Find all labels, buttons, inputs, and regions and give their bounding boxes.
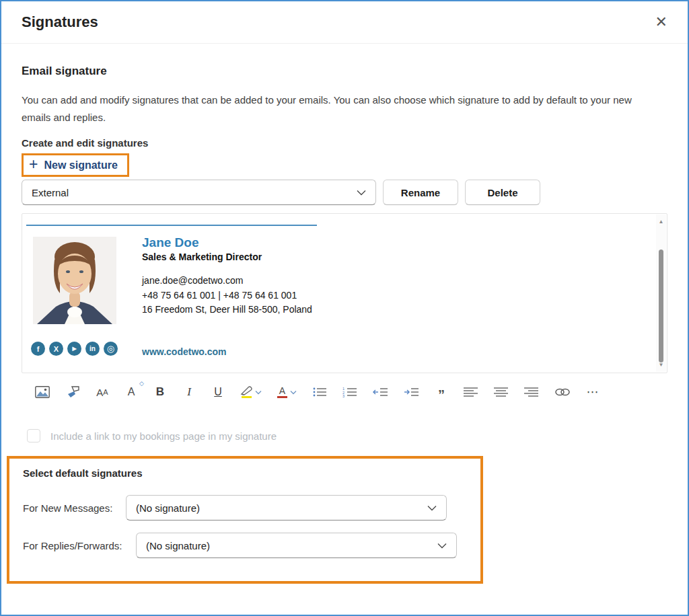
italic-icon[interactable]: I — [182, 384, 196, 400]
scroll-up-icon[interactable]: ▲ — [656, 219, 666, 225]
signature-selector-row: External Rename Delete — [22, 180, 667, 205]
bullet-list-icon[interactable] — [312, 384, 327, 400]
instagram-icon[interactable]: ◎ — [104, 342, 118, 356]
new-messages-row: For New Messages: (No signature) — [23, 495, 480, 521]
new-messages-select[interactable]: (No signature) — [126, 495, 447, 521]
replies-forwards-row: For Replies/Forwards: (No signature) — [23, 533, 480, 558]
facebook-icon[interactable]: f — [31, 342, 45, 356]
insert-image-icon[interactable] — [35, 384, 50, 400]
default-signatures-heading: Select default signatures — [23, 467, 480, 479]
youtube-icon[interactable]: ▶ — [67, 342, 81, 356]
dialog-header: Signatures ✕ — [1, 1, 688, 44]
signature-divider-rule — [26, 225, 317, 226]
bookings-row: Include a link to my bookings page in my… — [22, 429, 667, 442]
new-messages-value: (No signature) — [136, 502, 200, 514]
formatting-toolbar: AA A◇ B I U A 123 — [22, 377, 667, 407]
signature-select[interactable]: External — [22, 180, 376, 205]
bookings-checkbox[interactable] — [27, 429, 40, 442]
signature-job-title: Sales & Marketing Director — [142, 252, 312, 262]
close-icon[interactable]: ✕ — [655, 15, 667, 30]
linkedin-icon[interactable]: in — [85, 342, 100, 356]
page-title: Signatures — [22, 13, 98, 31]
signature-editor[interactable]: Jane Doe Sales & Marketing Director jane… — [22, 213, 667, 373]
delete-button[interactable]: Delete — [465, 180, 540, 205]
email-signature-heading: Email signature — [22, 65, 667, 78]
scrollbar-thumb[interactable] — [659, 249, 663, 362]
new-messages-label: For New Messages: — [23, 502, 126, 514]
format-painter-icon[interactable] — [65, 384, 80, 400]
text-highlight-icon[interactable] — [240, 384, 262, 400]
chevron-down-icon — [427, 505, 437, 511]
rename-button[interactable]: Rename — [383, 180, 458, 205]
scroll-down-icon[interactable]: ▼ — [656, 362, 666, 368]
font-size-icon[interactable]: A◇ — [124, 384, 138, 400]
decrease-indent-icon[interactable] — [373, 384, 388, 400]
signature-select-value: External — [32, 187, 69, 198]
increase-indent-icon[interactable] — [404, 384, 419, 400]
chevron-down-icon[interactable] — [255, 390, 262, 395]
chevron-down-icon — [357, 190, 366, 196]
underline-icon[interactable]: U — [211, 384, 225, 400]
new-signature-label: New signature — [44, 159, 117, 171]
x-twitter-icon[interactable]: X — [49, 342, 63, 356]
align-right-icon[interactable] — [524, 384, 539, 400]
more-options-icon[interactable]: ⋯ — [586, 384, 600, 400]
insert-link-icon[interactable] — [554, 384, 571, 400]
signature-info: Jane Doe Sales & Marketing Director jane… — [142, 235, 312, 317]
dialog-body: Email signature You can add and modify s… — [1, 65, 688, 584]
signature-address: 16 Freedom St, Deer Hill 58-500, Poland — [142, 303, 312, 317]
signature-name: Jane Doe — [142, 235, 312, 250]
chevron-down-icon[interactable] — [290, 390, 297, 395]
new-signature-button[interactable]: + New signature — [24, 155, 127, 175]
signature-website-link[interactable]: www.codetwo.com — [142, 346, 227, 357]
signature-phones: +48 75 64 61 001 | +48 75 64 61 001 — [142, 288, 312, 303]
social-icons-row: f X ▶ in ◎ — [31, 342, 118, 356]
numbered-list-icon[interactable]: 123 — [342, 384, 357, 400]
plus-icon: + — [29, 157, 38, 172]
new-signature-callout: + New signature — [22, 153, 129, 177]
bookings-label: Include a link to my bookings page in my… — [50, 430, 277, 442]
create-edit-heading: Create and edit signatures — [22, 137, 667, 149]
signature-email: jane.doe@codetwo.com — [142, 274, 312, 288]
signature-photo — [33, 237, 116, 324]
replies-forwards-label: For Replies/Forwards: — [23, 540, 136, 551]
bold-icon[interactable]: B — [153, 384, 167, 400]
replies-forwards-select[interactable]: (No signature) — [136, 533, 457, 558]
svg-text:3: 3 — [342, 394, 344, 397]
editor-scrollbar[interactable]: ▲ ▼ — [656, 215, 666, 372]
email-signature-description: You can add and modify signatures that c… — [22, 91, 661, 126]
font-color-icon[interactable]: A — [277, 384, 297, 400]
chevron-down-icon — [437, 543, 447, 549]
align-center-icon[interactable] — [494, 384, 509, 400]
align-left-icon[interactable] — [464, 384, 478, 400]
quote-icon[interactable]: ” — [435, 387, 448, 403]
font-name-icon[interactable]: AA — [96, 384, 109, 400]
replies-forwards-value: (No signature) — [146, 540, 210, 551]
default-signatures-callout: Select default signatures For New Messag… — [7, 456, 483, 584]
